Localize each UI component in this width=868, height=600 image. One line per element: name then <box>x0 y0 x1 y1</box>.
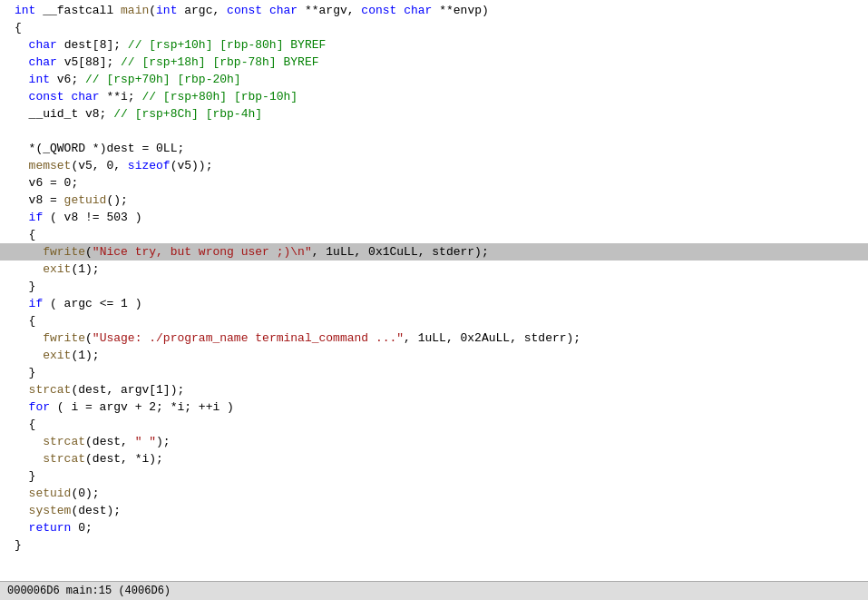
line-content: } <box>15 366 35 379</box>
code-line: __uid_t v8; // [rsp+8Ch] [rbp-4h] <box>0 105 868 123</box>
line-content: exit(1); <box>15 262 100 276</box>
code-line <box>0 123 868 140</box>
line-content: return 0; <box>15 521 93 535</box>
line-content: } <box>15 280 35 293</box>
line-content: __uid_t v8; // [rsp+8Ch] [rbp-4h] <box>15 107 262 121</box>
code-line: for ( i = argv + 2; *i; ++i ) <box>0 398 868 416</box>
code-line: } <box>0 278 868 295</box>
code-line: const char **i; // [rsp+80h] [rbp-10h] <box>0 88 868 105</box>
code-line: { <box>0 416 868 433</box>
line-content: v6 = 0; <box>15 176 78 190</box>
line-content: system(dest); <box>15 504 121 517</box>
code-line: } <box>0 467 868 485</box>
line-content: strcat(dest, argv[1]); <box>15 383 184 397</box>
code-line: v8 = getuid(); <box>0 192 868 209</box>
code-line: strcat(dest, " "); <box>0 433 868 450</box>
line-content: if ( argc <= 1 ) <box>15 297 141 310</box>
line-content: int __fastcall main(int argc, const char… <box>15 4 489 17</box>
line-content: *(_QWORD *)dest = 0LL; <box>15 142 184 155</box>
code-line: exit(1); <box>0 261 868 278</box>
code-line: fwrite("Nice try, but wrong user ;)\n", … <box>0 243 868 261</box>
code-viewer: int __fastcall main(int argc, const char… <box>0 0 868 581</box>
code-line: { <box>0 226 868 243</box>
code-line: setuid(0); <box>0 485 868 502</box>
code-line: { <box>0 312 868 330</box>
code-line: return 0; <box>0 519 868 536</box>
code-line: } <box>0 364 868 381</box>
line-content: memset(v5, 0, sizeof(v5)); <box>15 159 212 172</box>
line-content: exit(1); <box>15 349 100 362</box>
code-line: memset(v5, 0, sizeof(v5)); <box>0 157 868 174</box>
status-text: 000006D6 main:15 (4006D6) <box>7 585 171 597</box>
line-content: { <box>15 21 22 34</box>
status-bar: 000006D6 main:15 (4006D6) <box>0 581 868 600</box>
code-line: strcat(dest, argv[1]); <box>0 381 868 398</box>
line-content: char v5[88]; // [rsp+18h] [rbp-78h] BYRE… <box>15 55 318 69</box>
code-line: char dest[8]; // [rsp+10h] [rbp-80h] BYR… <box>0 36 868 54</box>
line-content: fwrite("Nice try, but wrong user ;)\n", … <box>15 245 489 259</box>
line-content: { <box>15 228 35 241</box>
code-line: fwrite("Usage: ./program_name terminal_c… <box>0 330 868 347</box>
line-content: fwrite("Usage: ./program_name terminal_c… <box>15 331 580 345</box>
line-content: strcat(dest, " "); <box>15 435 171 448</box>
line-content: for ( i = argv + 2; *i; ++i ) <box>15 400 234 414</box>
code-line: v6 = 0; <box>0 174 868 192</box>
line-content: } <box>15 469 35 483</box>
code-line: *(_QWORD *)dest = 0LL; <box>0 140 868 157</box>
code-line: if ( argc <= 1 ) <box>0 295 868 312</box>
line-content: v8 = getuid(); <box>15 193 128 207</box>
line-content: strcat(dest, *i); <box>15 452 163 466</box>
code-line: } <box>0 536 868 554</box>
code-line: { <box>0 19 868 36</box>
code-line: exit(1); <box>0 347 868 364</box>
line-content: } <box>15 538 22 552</box>
line-content: char dest[8]; // [rsp+10h] [rbp-80h] BYR… <box>15 38 326 52</box>
line-content: { <box>15 418 35 431</box>
code-line: int v6; // [rsp+70h] [rbp-20h] <box>0 71 868 88</box>
code-line: if ( v8 != 503 ) <box>0 209 868 226</box>
code-line: system(dest); <box>0 502 868 519</box>
line-content: setuid(0); <box>15 487 100 500</box>
line-content: int v6; // [rsp+70h] [rbp-20h] <box>15 73 241 86</box>
line-content: if ( v8 != 503 ) <box>15 211 141 224</box>
code-line: char v5[88]; // [rsp+18h] [rbp-78h] BYRE… <box>0 54 868 71</box>
line-content: const char **i; // [rsp+80h] [rbp-10h] <box>15 90 297 103</box>
line-content: { <box>15 314 35 328</box>
code-line: int __fastcall main(int argc, const char… <box>0 2 868 19</box>
code-line: strcat(dest, *i); <box>0 450 868 467</box>
